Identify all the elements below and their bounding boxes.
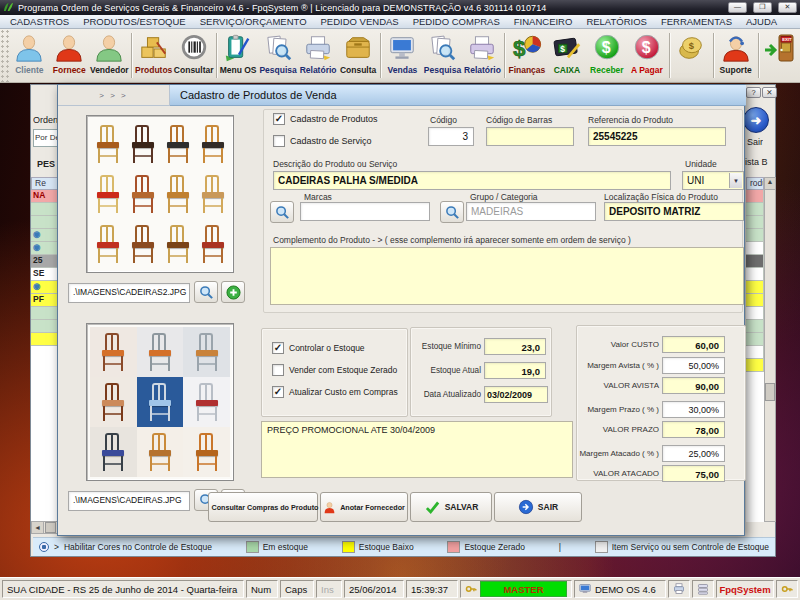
toolbar-vendas-button[interactable]: Vendas: [382, 29, 422, 82]
checkbox-checked-icon[interactable]: [272, 386, 284, 398]
checkbox-unchecked-icon[interactable]: [272, 364, 284, 376]
valor-atacado-field[interactable]: 75,00: [662, 465, 725, 482]
descricao-field[interactable]: CADEIRAS PALHA S/MEDIDA: [273, 171, 671, 190]
product-row[interactable]: [31, 203, 58, 216]
product-row[interactable]: [31, 333, 58, 346]
cadastro-produtos-checkbox[interactable]: Cadastro de Produtos: [273, 113, 378, 125]
product-row[interactable]: SE: [31, 268, 58, 281]
scroll-left-arrow[interactable]: ◄: [32, 522, 44, 533]
product-row[interactable]: [746, 229, 764, 242]
product-row[interactable]: [746, 268, 764, 281]
toolbar-pesquisa-vendas-button[interactable]: Pesquisa: [422, 29, 462, 82]
product-row[interactable]: [746, 307, 764, 320]
image2-path-field[interactable]: .\IMAGENS\CADEIRAS.JPG: [68, 491, 190, 511]
toolbar-suporte-button[interactable]: Suporte: [716, 29, 756, 82]
image1-path-field[interactable]: .\IMAGENS\CADEIRAS2.JPG: [68, 283, 190, 303]
toolbar-a-pagar-button[interactable]: $ A Pagar: [627, 29, 667, 82]
menu-item[interactable]: PEDIDO VENDAS: [321, 16, 399, 27]
chevron-down-icon[interactable]: ▼: [729, 173, 742, 188]
checkbox-checked-icon[interactable]: [272, 342, 284, 354]
bg-sair-arrow-icon[interactable]: ➜: [743, 107, 769, 133]
menu-item[interactable]: FERRAMENTAS: [661, 16, 732, 27]
toolbar-receber-button[interactable]: $ Receber: [587, 29, 627, 82]
close-button[interactable]: ✕: [778, 2, 797, 13]
menu-item[interactable]: RELATÓRIOS: [586, 16, 647, 27]
restore-button[interactable]: ❐: [753, 2, 772, 13]
vertical-scrollbar[interactable]: ▲: [764, 177, 776, 522]
scrollbar-thumb[interactable]: [45, 522, 56, 533]
product-row[interactable]: ◉: [31, 229, 58, 242]
image1-search-button[interactable]: [194, 281, 218, 303]
lista-b-tab[interactable]: ista B: [745, 157, 775, 167]
grid-column-header[interactable]: Re: [31, 177, 58, 190]
grid-column-header[interactable]: rodu: [746, 177, 764, 190]
menu-item[interactable]: AJUDA: [746, 16, 777, 27]
toolbar-vendedor-button[interactable]: Vendedor: [89, 29, 129, 82]
product-row[interactable]: [746, 203, 764, 216]
toolbar-menu-os-button[interactable]: Menu OS: [218, 29, 258, 82]
product-row[interactable]: [746, 359, 764, 372]
anotar-fornecedor-button[interactable]: Anotar Fornecedor: [320, 492, 408, 522]
controlar-estoque-checkbox[interactable]: Controlar o Estoque: [272, 342, 365, 354]
estoque-atual-field[interactable]: 19,0: [484, 362, 546, 379]
menu-item[interactable]: PRODUTOS/ESTOQUE: [83, 16, 186, 27]
toolbar-relatorio-os-button[interactable]: Relatório: [298, 29, 338, 82]
product-row[interactable]: ◉: [31, 242, 58, 255]
product-row[interactable]: [746, 216, 764, 229]
menu-item[interactable]: CADASTROS: [10, 16, 69, 27]
toolbar-consulta-os-button[interactable]: Consulta: [338, 29, 378, 82]
product-row[interactable]: NA: [31, 190, 58, 203]
margem-avista-field[interactable]: 50,00%: [662, 357, 725, 374]
toolbar-relatorio-vendas-button[interactable]: Relatório: [462, 29, 502, 82]
codigo-field[interactable]: 3: [428, 127, 474, 146]
unidade-dropdown[interactable]: UNI ▼: [682, 171, 744, 190]
product-row[interactable]: [746, 346, 764, 359]
legend-toggle-icon[interactable]: [39, 542, 49, 552]
estoque-minimo-field[interactable]: 23,0: [484, 338, 546, 355]
scrollbar-thumb[interactable]: [765, 383, 775, 401]
marcas-field[interactable]: [300, 202, 430, 221]
vender-estoque-zerado-checkbox[interactable]: Vender com Estoque Zerado: [272, 364, 397, 376]
dialog-side-tab[interactable]: > > >: [58, 85, 170, 106]
product-row[interactable]: [746, 255, 764, 268]
product-row[interactable]: [746, 320, 764, 333]
minimize-button[interactable]: —: [728, 2, 747, 13]
data-atualizado-field[interactable]: 03/02/2009: [484, 386, 548, 403]
valor-custo-field[interactable]: 60,00: [662, 336, 725, 353]
cadastro-servico-checkbox[interactable]: Cadastro de Serviço: [273, 135, 372, 147]
grupo-field[interactable]: MADEIRAS: [466, 202, 596, 221]
bg-window-close-button[interactable]: ✕: [762, 87, 777, 98]
margem-atacado-field[interactable]: 25,00%: [662, 445, 725, 462]
product-row[interactable]: PF: [31, 294, 58, 307]
atualizar-custo-checkbox[interactable]: Atualizar Custo em Compras: [272, 386, 398, 398]
toolbar-financas-button[interactable]: $ Finanças: [507, 29, 547, 82]
checkbox-checked-icon[interactable]: [273, 113, 285, 125]
product-row[interactable]: [31, 216, 58, 229]
status-network-panel[interactable]: [692, 580, 714, 598]
toolbar-fornecedor-button[interactable]: Fornece: [49, 29, 89, 82]
valor-avista-field[interactable]: 90,00: [662, 377, 725, 394]
codigo-barras-field[interactable]: [486, 127, 574, 146]
toolbar-consultar-button[interactable]: Consultar: [174, 29, 214, 82]
grupo-search-button[interactable]: [440, 201, 464, 223]
ordenar-dropdown[interactable]: Por De: [33, 129, 59, 147]
toolbar-pesquisa-os-button[interactable]: Pesquisa: [258, 29, 298, 82]
product-row[interactable]: [746, 294, 764, 307]
product-row[interactable]: ◉: [31, 281, 58, 294]
product-row[interactable]: [31, 307, 58, 320]
checkbox-unchecked-icon[interactable]: [273, 135, 285, 147]
legend-toggle-label[interactable]: Habilitar Cores no Controle de Estoque: [64, 542, 212, 552]
menu-item[interactable]: PEDIDO COMPRAS: [413, 16, 500, 27]
complemento-textarea[interactable]: [270, 247, 744, 305]
valor-prazo-field[interactable]: 78,00: [662, 421, 725, 438]
menu-item[interactable]: SERVIÇO/ORÇAMENTO: [200, 16, 307, 27]
margem-prazo-field[interactable]: 30,00%: [662, 401, 725, 418]
status-printer-panel[interactable]: [668, 580, 690, 598]
bg-window-help-button[interactable]: ?: [746, 87, 761, 98]
product-row[interactable]: [746, 333, 764, 346]
localizacao-field[interactable]: DEPOSITO MATRIZ: [604, 202, 744, 221]
toolbar-cliente-button[interactable]: Cliente: [9, 29, 49, 82]
menu-item[interactable]: FINANCEIRO: [514, 16, 573, 27]
horizontal-scrollbar[interactable]: ◄: [31, 521, 58, 534]
product-row[interactable]: 25: [31, 255, 58, 268]
